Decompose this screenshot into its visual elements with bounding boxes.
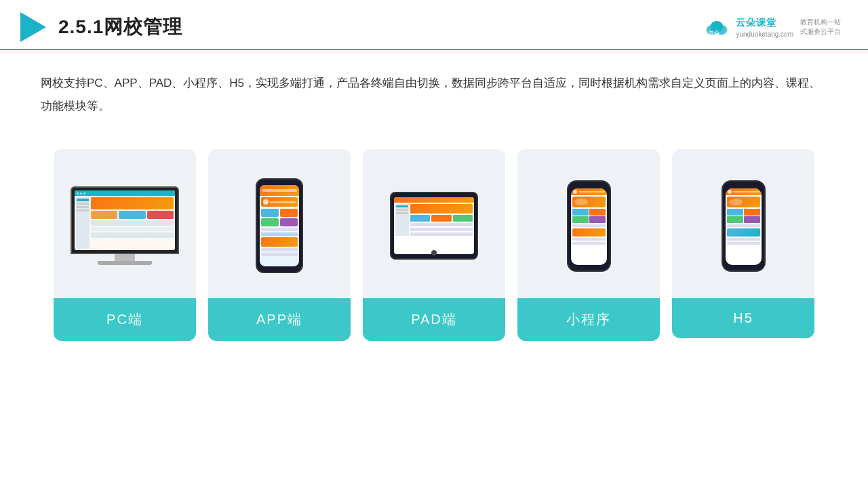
page-title: 2.5.1网校管理 — [58, 14, 182, 40]
card-miniprogram-label: 小程序 — [517, 298, 660, 341]
phone-mini-notch — [582, 182, 595, 185]
card-h5: H5 — [672, 149, 814, 338]
tablet-row — [410, 228, 473, 231]
h5-phone-mini-notch — [736, 182, 750, 185]
card-miniprogram: 小程序 — [517, 149, 660, 341]
card-h5-label: H5 — [672, 298, 814, 338]
pc-row — [91, 232, 174, 238]
title-number: 2.5.1 — [58, 16, 104, 37]
tablet-row — [410, 223, 473, 226]
svg-text:云朵: 云朵 — [709, 30, 720, 37]
phone-row — [261, 228, 298, 231]
card-h5-image — [672, 149, 814, 298]
pc-main — [91, 197, 174, 249]
brand-slogan: 教育机构一站式服务云平台 — [800, 18, 841, 37]
brand-name: 云朵课堂 — [736, 17, 793, 29]
pc-dot — [77, 192, 79, 195]
brand-url: yunduoketang.com — [736, 30, 793, 38]
pc-mockup — [71, 186, 179, 265]
pc-dot — [83, 192, 85, 195]
phone-screen-body — [260, 196, 299, 258]
card-pad-image — [363, 149, 505, 298]
header: 2.5.1网校管理 云朵 云朵课堂 yunduoketang.com — [0, 0, 868, 50]
header-left: 2.5.1网校管理 — [20, 12, 182, 42]
card-app-image — [208, 149, 351, 298]
pc-topbar — [75, 190, 175, 196]
card-pad-label: PAD端 — [363, 298, 505, 341]
miniprogram-phone-screen — [571, 188, 607, 265]
h5-phone-screen — [726, 188, 762, 265]
pc-screen-inner — [75, 190, 175, 250]
pc-base — [98, 261, 152, 265]
pc-sidebar — [76, 197, 90, 249]
pc-screen-outer — [71, 186, 179, 254]
tablet-rows — [410, 223, 473, 236]
tablet-body — [394, 203, 474, 237]
tablet-main — [410, 204, 473, 236]
pc-screen-content — [75, 190, 175, 250]
tablet-home-btn — [431, 250, 437, 256]
card-pad: PAD端 — [363, 149, 505, 341]
phone-row-blue — [261, 232, 298, 236]
tablet-mockup — [390, 192, 478, 260]
title-text: 网校管理 — [104, 16, 182, 37]
page: 2.5.1网校管理 云朵 云朵课堂 yunduoketang.com — [0, 0, 868, 488]
tablet-topbar — [394, 197, 474, 203]
cards-container: PC端 — [0, 129, 868, 488]
tablet-row — [410, 232, 473, 236]
card-pc: PC端 — [54, 149, 196, 341]
app-phone-mockup — [256, 178, 303, 273]
tablet-banner — [410, 204, 473, 214]
card-pc-label: PC端 — [54, 298, 196, 341]
pc-banner — [91, 197, 174, 209]
phone-screen-top — [260, 185, 299, 196]
cloud-logo-group: 云朵 云朵课堂 yunduoketang.com 教育机构一站式服务云平台 — [702, 17, 841, 38]
logo-triangle-icon — [20, 12, 46, 42]
miniprogram-phone-mockup — [567, 180, 611, 272]
pc-stand — [115, 254, 135, 261]
cloud-icon: 云朵 — [702, 18, 732, 37]
pc-dot — [80, 192, 82, 195]
tablet-sidebar — [395, 204, 409, 236]
description-text: 网校支持PC、APP、PAD、小程序、H5，实现多端打通，产品各终端自由切换，数… — [0, 50, 868, 129]
pc-row — [91, 220, 174, 226]
card-app: APP端 — [208, 149, 351, 341]
tablet-screen — [394, 197, 474, 254]
app-phone-screen — [260, 185, 299, 266]
brand-logo: 云朵 云朵课堂 yunduoketang.com 教育机构一站式服务云平台 — [702, 17, 841, 38]
card-app-label: APP端 — [208, 298, 351, 341]
pc-body — [75, 196, 175, 250]
pc-row2 — [91, 227, 174, 231]
card-pc-image — [54, 149, 196, 298]
h5-phone-mockup — [722, 180, 766, 272]
card-miniprogram-image — [517, 149, 660, 298]
phone-notch — [271, 180, 288, 184]
